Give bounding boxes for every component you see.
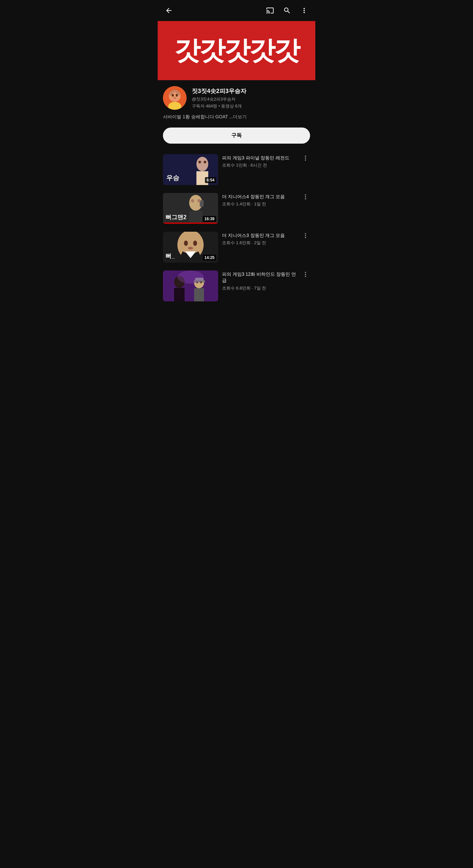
video-meta-3: 더 지니어스3 장동민 개그 모음 조회수 1.6만회 · 2일 전 xyxy=(222,232,297,246)
top-bar-right xyxy=(265,5,309,16)
svg-point-14 xyxy=(198,161,201,163)
svg-point-25 xyxy=(305,194,306,195)
video-item-3[interactable]: 뻐_ 14:25 더 지니어스3 장동민 개그 모음 조회수 1.6만회 · 2… xyxy=(158,228,315,267)
channel-details: 짓3짓4솟2피3우승자 @짓3짓4솟2피3우승자 구독자 484명 • 동영상 … xyxy=(192,87,246,109)
svg-point-26 xyxy=(305,196,306,197)
subscribe-button[interactable]: 구독 xyxy=(163,127,310,144)
thumb-red-bar-2 xyxy=(163,222,218,224)
video-more-button-3[interactable] xyxy=(301,231,310,241)
subscribe-section: 구독 xyxy=(158,125,315,150)
svg-point-32 xyxy=(188,247,193,249)
svg-point-4 xyxy=(176,94,178,97)
svg-point-24 xyxy=(197,199,201,203)
svg-point-45 xyxy=(177,271,204,284)
top-bar xyxy=(158,0,315,21)
svg-point-44 xyxy=(200,281,202,283)
video-stats-2: 조회수 1.4만회 · 1일 전 xyxy=(222,201,297,207)
svg-point-12 xyxy=(196,157,208,171)
svg-rect-40 xyxy=(194,288,204,301)
svg-point-23 xyxy=(191,199,194,203)
channel-banner: 갓갓갓갓갓 xyxy=(158,21,315,80)
video-item-1[interactable]: 우승 6:54 피의 게임3 파이널 장동민 레전드 조회수 1만회 · 6시간… xyxy=(158,150,315,189)
more-button[interactable]: 더보기 xyxy=(233,114,247,119)
video-meta-1: 피의 게임3 파이널 장동민 레전드 조회수 1만회 · 6시간 전 xyxy=(222,154,297,168)
thumbnail-4 xyxy=(163,271,218,301)
banner-text: 갓갓갓갓갓 xyxy=(174,37,299,64)
duration-1: 6:54 xyxy=(205,177,216,183)
video-item-2[interactable]: 뻐그맨2 16:39 더 지니어스4 장동민 개그 모음 조회수 1.4만회 ·… xyxy=(158,189,315,228)
more-options-button[interactable] xyxy=(299,5,309,16)
svg-point-33 xyxy=(305,233,306,234)
avatar xyxy=(163,86,187,110)
svg-point-48 xyxy=(305,276,306,277)
svg-point-35 xyxy=(305,237,306,238)
video-more-button-4[interactable] xyxy=(301,270,310,280)
svg-point-46 xyxy=(305,272,306,273)
video-more-button-2[interactable] xyxy=(301,192,310,203)
search-button[interactable] xyxy=(282,5,292,16)
channel-name: 짓3짓4솟2피3우승자 xyxy=(192,87,246,95)
svg-point-3 xyxy=(172,94,174,97)
svg-point-17 xyxy=(305,157,306,159)
svg-rect-21 xyxy=(189,211,202,224)
video-count: 동영상 6개 xyxy=(221,103,242,108)
video-meta-2: 더 지니어스4 장동민 개그 모음 조회수 1.4만회 · 1일 전 xyxy=(222,193,297,207)
svg-point-18 xyxy=(305,159,306,161)
video-title-4: 피의 게임3 12화 비하인드 장동민 언급 xyxy=(222,271,297,284)
duration-2: 16:39 xyxy=(203,216,216,222)
thumb-overlay-text-1: 우승 xyxy=(166,174,179,182)
video-item-4[interactable]: 피의 게임3 12화 비하인드 장동민 언급 조회수 6.8만회 · 7일 전 xyxy=(158,267,315,305)
svg-point-34 xyxy=(305,235,306,236)
duration-3: 14:25 xyxy=(203,255,216,260)
channel-info: 짓3짓4솟2피3우승자 @짓3짓4솟2피3우승자 구독자 484명 • 동영상 … xyxy=(158,80,315,113)
cast-button[interactable] xyxy=(265,5,275,16)
svg-point-30 xyxy=(184,241,188,246)
subscribers-count: 구독자 484명 xyxy=(192,103,217,108)
top-bar-left xyxy=(164,5,174,16)
thumb-graphic-4 xyxy=(163,271,218,301)
thumbnail-3: 뻐_ 14:25 xyxy=(163,232,218,262)
svg-point-15 xyxy=(204,161,206,163)
description-text: 서바이벌 1황 숭배합니다 GOAT ... xyxy=(163,114,233,119)
video-title-3: 더 지니어스3 장동민 개그 모음 xyxy=(222,232,297,239)
channel-description: 서바이벌 1황 숭배합니다 GOAT ...더보기 xyxy=(158,113,315,125)
svg-point-27 xyxy=(305,198,306,199)
back-button[interactable] xyxy=(164,5,174,16)
avatar-image xyxy=(163,86,187,110)
video-more-button-1[interactable] xyxy=(301,154,310,164)
video-title-1: 피의 게임3 파이널 장동민 레전드 xyxy=(222,155,297,161)
video-list: 우승 6:54 피의 게임3 파이널 장동민 레전드 조회수 1만회 · 6시간… xyxy=(158,150,315,305)
thumbnail-2: 뻐그맨2 16:39 xyxy=(163,193,218,224)
video-stats-4: 조회수 6.8만회 · 7일 전 xyxy=(222,285,297,291)
channel-stats: 구독자 484명 • 동영상 6개 xyxy=(192,103,246,109)
thumb-overlay-text-3: 뻐_ xyxy=(166,252,175,260)
stats-dot: • xyxy=(218,103,220,108)
svg-point-31 xyxy=(193,241,197,246)
video-meta-4: 피의 게임3 12화 비하인드 장동민 언급 조회수 6.8만회 · 7일 전 xyxy=(222,271,297,291)
svg-point-5 xyxy=(173,97,176,99)
thumb-overlay-text-2: 뻐그맨2 xyxy=(166,213,187,221)
thumbnail-1: 우승 6:54 xyxy=(163,154,218,185)
svg-point-16 xyxy=(305,155,306,157)
svg-point-47 xyxy=(305,274,306,275)
video-stats-1: 조회수 1만회 · 6시간 전 xyxy=(222,162,297,168)
video-title-2: 더 지니어스4 장동민 개그 모음 xyxy=(222,194,297,200)
channel-handle: @짓3짓4솟2피3우승자 xyxy=(192,96,246,102)
svg-rect-38 xyxy=(174,288,184,301)
video-stats-3: 조회수 1.6만회 · 2일 전 xyxy=(222,240,297,246)
